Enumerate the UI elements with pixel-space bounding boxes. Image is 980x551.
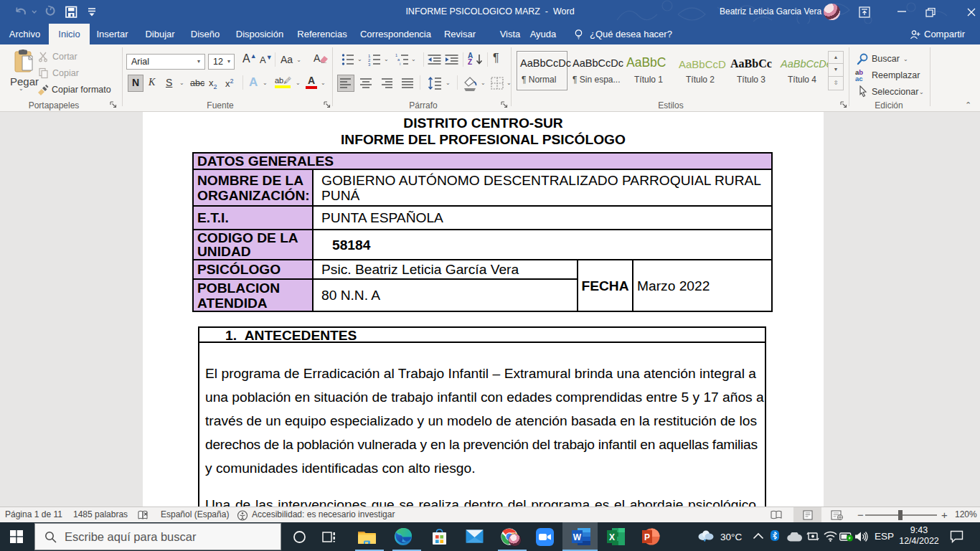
svg-text:P: P — [644, 532, 650, 542]
svg-text:W: W — [573, 532, 582, 542]
svg-text:3: 3 — [368, 62, 371, 67]
svg-text:X: X — [609, 532, 615, 542]
svg-text:i: i — [400, 62, 400, 66]
